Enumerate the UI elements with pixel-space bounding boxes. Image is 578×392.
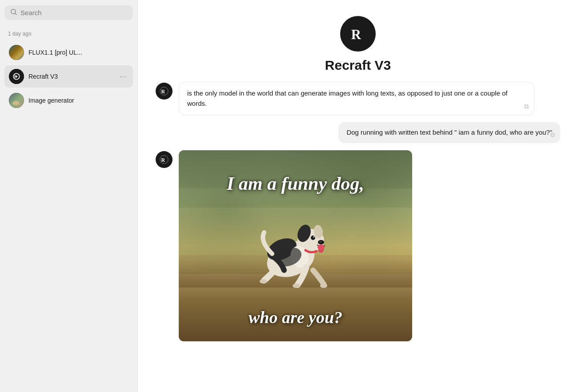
svg-point-19 — [318, 246, 324, 253]
chat-header: R Recraft V3 — [138, 0, 578, 82]
generated-image: I am a funny dog, who are you? — [179, 150, 412, 341]
avatar-image-generator — [9, 93, 24, 108]
page-title: Recraft V3 — [325, 58, 391, 73]
sidebar-item-flux[interactable]: FLUX1.1 [pro] UL... — [4, 41, 133, 64]
avatar-recraft: R — [9, 69, 24, 84]
svg-text:R: R — [161, 156, 165, 163]
search-input[interactable] — [20, 9, 127, 16]
svg-point-14 — [311, 236, 315, 240]
ai-message-1: R is the only model in the world that ca… — [156, 82, 560, 115]
svg-point-15 — [313, 236, 314, 237]
svg-point-21 — [293, 284, 301, 288]
search-icon — [11, 9, 17, 16]
ai-text-1: is the only model in the world that can … — [187, 88, 526, 108]
ai-bubble-1: is the only model in the world that can … — [179, 82, 534, 115]
sidebar: 1 day ago FLUX1.1 [pro] UL... R Recraft … — [0, 0, 138, 392]
dog-image-canvas: I am a funny dog, who are you? — [179, 150, 412, 341]
svg-line-1 — [15, 13, 16, 15]
search-bar[interactable] — [4, 5, 133, 20]
user-bubble-1: Dog running with written text behind " i… — [338, 122, 560, 143]
image-text-bottom: who are you? — [179, 308, 412, 328]
svg-point-22 — [320, 284, 327, 288]
user-text-1: Dog running with written text behind " i… — [346, 128, 552, 138]
avatar-flux — [9, 45, 24, 60]
ai-avatar-2: R — [156, 151, 173, 168]
ai-message-image: R — [156, 150, 560, 341]
user-message-1: Dog running with written text behind " i… — [156, 122, 560, 143]
ai-avatar-1: R — [156, 83, 173, 100]
main-logo: R — [340, 16, 376, 52]
copy-icon-user-1[interactable]: ⧉ — [550, 131, 555, 139]
more-options-button[interactable]: ⋯ — [118, 72, 128, 82]
messages-container: R is the only model in the world that ca… — [138, 82, 578, 359]
sidebar-item-image-generator[interactable]: Image generator — [4, 89, 133, 112]
image-text-top: I am a funny dog, — [179, 172, 412, 195]
svg-text:R: R — [161, 88, 165, 95]
svg-point-17 — [319, 241, 322, 243]
svg-text:R: R — [14, 75, 17, 79]
chat-item-label-recraft: Recraft V3 — [28, 73, 113, 80]
section-date-label: 1 day ago — [4, 29, 133, 39]
chat-item-label-image-generator: Image generator — [28, 97, 128, 104]
svg-point-23 — [260, 279, 267, 284]
chat-item-label-flux: FLUX1.1 [pro] UL... — [28, 49, 128, 56]
sidebar-item-recraft[interactable]: R Recraft V3 ⋯ — [4, 65, 133, 88]
copy-icon-1[interactable]: ⧉ — [524, 103, 529, 110]
svg-text:R: R — [351, 27, 361, 42]
main-content: R Recraft V3 R is the only model in the … — [138, 0, 578, 392]
